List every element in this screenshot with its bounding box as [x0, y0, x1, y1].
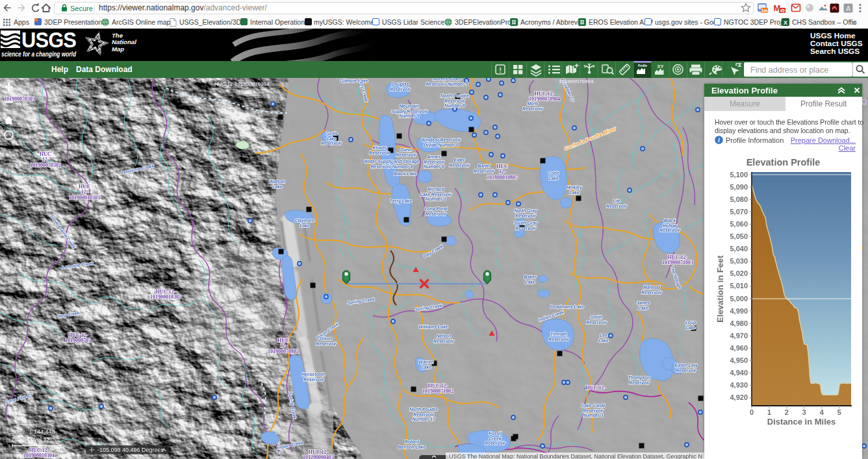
svg-text:8: 8	[863, 99, 865, 105]
svg-text:101900070904: 101900070904	[559, 79, 594, 84]
svg-text:Secure: Secure	[70, 5, 93, 12]
svg-text:Long PondReservoir: Long PondReservoir	[424, 206, 448, 216]
svg-text:Distance in Miles: Distance in Miles	[767, 417, 836, 427]
svg-text:Search USGS: Search USGS	[810, 47, 860, 56]
svg-text:USGS: USGS	[21, 29, 76, 52]
svg-text:Zoom Level 12: Zoom Level 12	[11, 436, 50, 443]
svg-text:5,090: 5,090	[730, 183, 748, 191]
svg-text:LeeLake: LeeLake	[598, 333, 609, 343]
svg-text:5,030: 5,030	[730, 257, 748, 265]
svg-text:Windsor ReservoirDivide Number: Windsor ReservoirDivide Number 8	[422, 138, 461, 147]
svg-text:The: The	[112, 32, 123, 39]
svg-text:CobbLake: CobbLake	[548, 171, 559, 180]
svg-text:5: 5	[837, 408, 841, 416]
svg-text:!: !	[499, 66, 502, 74]
svg-text:DouglasReservoir: DouglasReservoir	[390, 82, 411, 92]
svg-text:4,950: 4,950	[730, 356, 748, 364]
svg-text:A: A	[846, 5, 850, 12]
svg-text:Profile: Profile	[638, 64, 648, 68]
svg-text:Help: Help	[51, 65, 68, 74]
svg-text:Lake CanalReservoirNumber 1: Lake CanalReservoirNumber 1	[581, 403, 605, 417]
svg-text:HUC 12-1019000703: HUC 12-1019000703	[65, 332, 91, 343]
svg-text:5,040: 5,040	[730, 245, 748, 253]
svg-text:1m: 1m	[761, 8, 768, 13]
svg-text:HorsetoothReservoir: HorsetoothReservoir	[302, 372, 326, 382]
svg-text:Eaton-LawReservoir: Eaton-LawReservoir	[675, 363, 698, 373]
svg-text:XY: XY	[657, 64, 663, 69]
svg-text:5,100: 5,100	[730, 171, 748, 179]
svg-text:45: 45	[780, 8, 785, 13]
svg-text:BakerLake: BakerLake	[524, 275, 537, 284]
svg-text:Map: Map	[112, 45, 124, 53]
svg-text:Williams Lake: Williams Lake	[419, 325, 448, 329]
svg-text:North PoudreReservoirNumber 6: North PoudreReservoirNumber 6	[440, 93, 469, 108]
svg-text:HUC 12-101900070304: HUC 12-101900070304	[214, 81, 270, 87]
svg-text:4,970: 4,970	[730, 332, 748, 340]
svg-text:4,920: 4,920	[730, 393, 748, 401]
svg-text:X: X	[784, 19, 787, 26]
svg-text:101900070303: 101900070303	[4, 96, 35, 102]
svg-text:4,960: 4,960	[730, 344, 748, 352]
svg-text:4,990: 4,990	[730, 307, 748, 315]
svg-text:Scale: 1:144,448: Scale: 1:144,448	[11, 428, 55, 435]
svg-text:LoupLake: LoupLake	[685, 320, 696, 330]
svg-text:4: 4	[820, 408, 824, 416]
svg-text:Find address or place: Find address or place	[750, 66, 828, 75]
svg-text:-105.098 40.496 Degrees: -105.098 40.496 Degrees	[97, 447, 164, 453]
svg-text:2: 2	[785, 408, 789, 416]
svg-text:5,080: 5,080	[730, 195, 748, 203]
svg-text:1: 1	[767, 408, 771, 416]
svg-text:5,070: 5,070	[730, 208, 748, 216]
svg-text:Terry Lake: Terry Lake	[390, 199, 412, 204]
svg-text:South GrayReservoir: South GrayReservoir	[514, 221, 539, 230]
svg-text:5,000: 5,000	[730, 295, 748, 303]
svg-text:5,010: 5,010	[730, 282, 748, 290]
svg-text:JamesLake: JamesLake	[636, 301, 650, 310]
svg-text:5,060: 5,060	[730, 220, 748, 228]
svg-text:5,020: 5,020	[730, 269, 748, 277]
svg-text:science for a changing world: science for a changing world	[1, 50, 76, 58]
svg-text:NelsonReservoir: NelsonReservoir	[433, 334, 454, 343]
svg-text:i: i	[718, 137, 720, 143]
svg-text:4,930: 4,930	[730, 381, 748, 389]
svg-text:North PoudreReservoirNumber 17: North PoudreReservoirNumber 17	[409, 407, 438, 421]
svg-text:5,050: 5,050	[730, 232, 748, 240]
svg-text:Water Supply and StorageReserv: Water Supply and StorageReservoir Number…	[364, 159, 420, 169]
svg-text:4,980: 4,980	[730, 319, 748, 327]
svg-text:TimnathReservoir: TimnathReservoir	[548, 332, 569, 341]
svg-text:Data Download: Data Download	[76, 65, 133, 74]
svg-text:National: National	[112, 38, 136, 45]
svg-text:North GrayReservoir: North GrayReservoir	[514, 208, 538, 218]
svg-text:Deadmans Lake: Deadmans Lake	[550, 304, 584, 309]
svg-text:2mi: 2mi	[56, 445, 65, 452]
svg-text:ThompsonReservoir: ThompsonReservoir	[628, 375, 651, 385]
svg-text:4,940: 4,940	[730, 369, 748, 377]
svg-text:3: 3	[802, 408, 806, 416]
svg-text:MahoodReservoir: MahoodReservoir	[641, 285, 662, 295]
svg-text:HUC 12-: HUC 12-	[586, 385, 606, 391]
svg-text:USGS The National Map: Nationa: USGS The National Map: National Boundari…	[449, 453, 702, 459]
svg-text:Black Lake: Black Lake	[394, 171, 417, 176]
svg-text:Elevation in Feet: Elevation in Feet	[715, 255, 725, 323]
svg-text:0: 0	[750, 408, 754, 416]
